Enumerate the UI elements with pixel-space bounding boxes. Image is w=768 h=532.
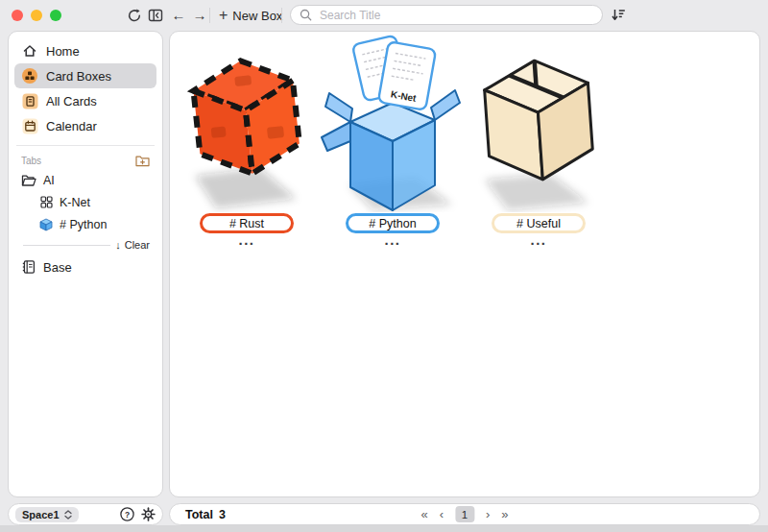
minimize-button[interactable]: [31, 10, 42, 21]
last-page-button[interactable]: »: [501, 506, 508, 522]
back-glyph: ←: [172, 6, 186, 25]
tag-label: # Python: [369, 217, 416, 230]
card-box-useful: # Useful ...: [466, 34, 612, 245]
search-input[interactable]: [318, 8, 593, 23]
sidebar-divider: [16, 145, 155, 146]
tabs-header: Tabs: [14, 152, 156, 169]
tab-item-label: K-Net: [60, 196, 90, 209]
plus-icon: +: [219, 8, 228, 23]
all-cards-icon: [21, 92, 38, 109]
sidebar-item-label: Home: [46, 44, 80, 59]
arrow-down-icon: ↓: [115, 239, 121, 251]
refresh-icon[interactable]: [125, 6, 144, 25]
card-box-rust: # Rust ...: [174, 34, 320, 245]
clear-row: ↓ Clear: [14, 235, 156, 254]
space-label: Space1: [22, 509, 60, 520]
tab-folder-ai[interactable]: AI: [14, 169, 156, 191]
sidebar-item-card-boxes[interactable]: Card Boxes: [14, 63, 156, 88]
next-page-button[interactable]: ›: [486, 506, 490, 522]
prev-page-button[interactable]: ‹: [440, 506, 444, 522]
total-value: 3: [219, 508, 226, 521]
settings-gear-icon[interactable]: [140, 507, 156, 522]
first-page-button[interactable]: «: [420, 506, 427, 522]
grid-icon: [39, 194, 53, 211]
space-selector[interactable]: Space1: [15, 507, 79, 522]
sidebar-item-label: Calendar: [46, 119, 97, 133]
chevron-up-down-icon: [64, 510, 72, 520]
new-box-button[interactable]: + New Box: [215, 5, 286, 26]
new-box-label: New Box: [232, 9, 282, 23]
rust-box-image[interactable]: [174, 34, 320, 212]
toolbar-divider: [281, 8, 282, 23]
help-button[interactable]: ?: [119, 507, 134, 522]
total-label: Total: [185, 508, 213, 521]
clear-label: Clear: [125, 239, 150, 251]
sidebar-item-all-cards[interactable]: All Cards: [14, 88, 156, 113]
search-icon: [300, 9, 312, 21]
back-icon[interactable]: ←: [169, 6, 188, 25]
useful-box-image[interactable]: [466, 34, 612, 212]
help-glyph: ?: [124, 510, 129, 520]
tabs-section-title: Tabs: [21, 156, 41, 166]
tag-label: # Rust: [229, 217, 264, 230]
tag-label: # Useful: [516, 217, 561, 230]
cube-icon: [39, 216, 53, 233]
tag-pill-rust[interactable]: # Rust: [200, 213, 294, 233]
sidebar-item-label: Base: [43, 260, 72, 275]
python-box-image[interactable]: K-Net: [320, 34, 466, 212]
zoom-button[interactable]: [50, 10, 61, 21]
more-options-button[interactable]: ...: [174, 235, 320, 245]
tab-item-python[interactable]: # Python: [14, 213, 156, 235]
forward-icon[interactable]: →: [190, 6, 209, 25]
notebook-icon: [21, 258, 36, 276]
forward-glyph: →: [193, 6, 207, 25]
home-icon: [21, 42, 38, 60]
sort-icon[interactable]: [611, 7, 628, 24]
card-boxes-icon: [21, 67, 38, 85]
current-page[interactable]: 1: [455, 506, 474, 522]
sidebar-toggle-icon[interactable]: [146, 6, 165, 25]
sidebar-item-base[interactable]: Base: [14, 254, 156, 279]
title-bar: ← → + New Box: [0, 0, 768, 31]
sidebar-item-home[interactable]: Home: [14, 38, 156, 63]
pagination: « ‹ 1 › »: [420, 506, 508, 522]
calendar-icon: [21, 117, 38, 134]
more-options-button[interactable]: ...: [320, 235, 466, 245]
search-box[interactable]: [290, 5, 603, 25]
add-folder-icon[interactable]: [135, 155, 150, 167]
tab-item-label: # Python: [60, 218, 107, 231]
space-bar: Space1 ?: [8, 503, 163, 525]
clear-divider: [23, 245, 110, 246]
main-content: # Rust ...: [169, 31, 760, 497]
sidebar-item-label: Card Boxes: [46, 69, 111, 84]
tab-folder-label: AI: [43, 174, 55, 187]
window-controls: [12, 10, 61, 21]
tab-item-knet[interactable]: K-Net: [14, 191, 156, 213]
tag-pill-useful[interactable]: # Useful: [492, 213, 586, 233]
tag-pill-python[interactable]: # Python: [346, 213, 440, 233]
close-button[interactable]: [12, 10, 23, 21]
window-bottom-edge: [0, 525, 768, 532]
app-window: { "window_controls": { "close_color": "#…: [0, 0, 768, 532]
clear-button[interactable]: ↓ Clear: [115, 239, 150, 251]
card-box-python: K-Net # Python ...: [320, 34, 466, 245]
sidebar-item-label: All Cards: [46, 94, 97, 109]
sidebar-item-calendar[interactable]: Calendar: [14, 113, 156, 138]
more-options-button[interactable]: ...: [466, 235, 612, 245]
sidebar: Home Card Boxes All Cards Calendar Tabs …: [8, 31, 163, 497]
total-count: Total 3: [185, 508, 226, 521]
status-bar: Total 3 « ‹ 1 › »: [169, 503, 760, 525]
toolbar-divider: [209, 8, 210, 23]
folder-open-icon: [21, 172, 36, 189]
